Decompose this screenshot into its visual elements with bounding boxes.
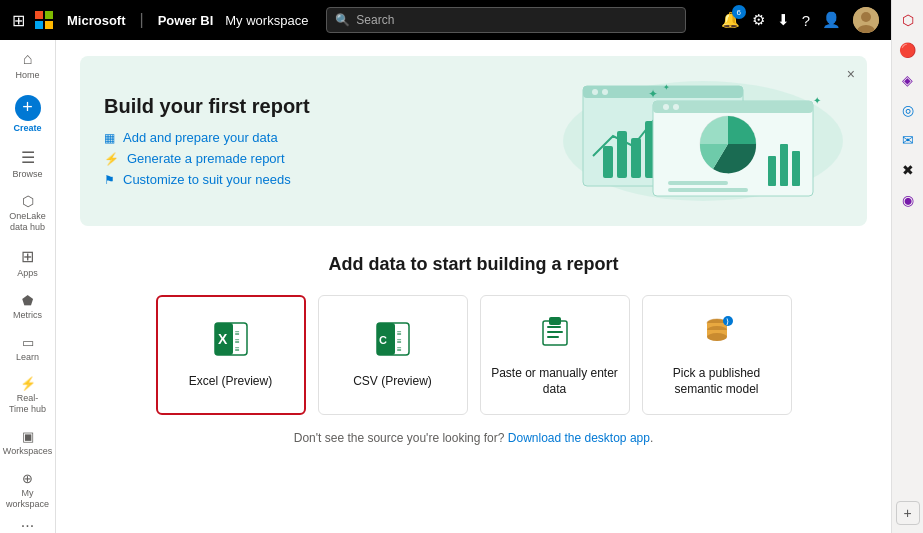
download-icon[interactable]: ⬇ <box>777 11 790 29</box>
sidebar-item-onelake[interactable]: ⬡ OneLake data hub <box>4 187 52 239</box>
search-box[interactable]: 🔍 <box>326 7 686 33</box>
search-icon: 🔍 <box>335 13 350 27</box>
banner-illustration: ✦ ✦ ✦ <box>503 76 843 206</box>
settings-icon[interactable]: ⚙ <box>752 11 765 29</box>
workspace-label[interactable]: My workspace <box>225 13 308 28</box>
banner-link-customize[interactable]: ⚑ Customize to suit your needs <box>104 172 310 187</box>
banner-link-generate[interactable]: ⚡ Generate a premade report <box>104 151 310 166</box>
sidebar-item-myworkspace[interactable]: ⊕ My workspace <box>4 465 52 516</box>
home-icon: ⌂ <box>23 50 33 68</box>
app-grid-icon[interactable]: ⊞ <box>12 11 25 30</box>
svg-point-50 <box>707 333 727 341</box>
far-right-icon-1[interactable]: 🔴 <box>896 38 920 62</box>
search-input[interactable] <box>356 13 677 27</box>
sidebar-item-workspaces[interactable]: ▣ Workspaces <box>4 423 52 463</box>
far-right-add-button[interactable]: + <box>896 501 920 525</box>
sidebar-label-myworkspace: My workspace <box>6 488 49 510</box>
svg-point-10 <box>592 89 598 95</box>
svg-rect-21 <box>768 156 776 186</box>
svg-rect-45 <box>547 326 561 328</box>
sidebar-item-home[interactable]: ⌂ Home <box>4 44 52 87</box>
svg-rect-12 <box>603 146 613 178</box>
sidebar-item-realtime[interactable]: ⚡ Real-Time hub <box>4 370 52 421</box>
sidebar-label-browse: Browse <box>12 169 42 180</box>
svg-rect-24 <box>668 181 728 185</box>
brand-label: Microsoft <box>67 13 126 28</box>
csv-icon: C ≡ ≡ ≡ <box>375 321 411 364</box>
card-excel-label: Excel (Preview) <box>189 374 272 390</box>
far-right-panel: ⬡ 🔴 ◈ ◎ ✉ ✖ ◉ + <box>891 0 923 533</box>
far-right-icon-5[interactable]: ✖ <box>896 158 920 182</box>
card-csv[interactable]: C ≡ ≡ ≡ CSV (Preview) <box>318 295 468 415</box>
semantic-icon: ⟩ <box>699 313 735 356</box>
svg-text:✦: ✦ <box>813 95 821 106</box>
banner-link-prepare[interactable]: ▦ Add and prepare your data <box>104 130 310 145</box>
svg-rect-43 <box>547 331 563 333</box>
svg-rect-2 <box>35 21 43 29</box>
svg-rect-14 <box>631 138 641 178</box>
download-desktop-link[interactable]: Download the desktop app <box>508 431 650 445</box>
user-avatar[interactable] <box>853 7 879 33</box>
banner-text: Build your first report ▦ Add and prepar… <box>104 95 310 187</box>
banner-close-button[interactable]: × <box>847 66 855 82</box>
sidebar-more[interactable]: ··· <box>21 517 34 533</box>
svg-text:✦: ✦ <box>663 83 670 92</box>
browse-icon: ☰ <box>21 148 35 167</box>
sidebar-item-apps[interactable]: ⊞ Apps <box>4 241 52 285</box>
far-right-icon-3[interactable]: ◎ <box>896 98 920 122</box>
apps-icon: ⊞ <box>21 247 34 266</box>
far-right-icon-4[interactable]: ✉ <box>896 128 920 152</box>
sidebar-label-onelake: OneLake data hub <box>8 211 48 233</box>
svg-rect-42 <box>549 317 561 325</box>
notification-badge: 6 <box>732 5 746 19</box>
realtime-icon: ⚡ <box>20 376 36 391</box>
card-paste[interactable]: Paste or manually enter data <box>480 295 630 415</box>
sidebar-item-browse[interactable]: ☰ Browse <box>4 142 52 186</box>
banner-link-customize-text: Customize to suit your needs <box>123 172 291 187</box>
banner-links: ▦ Add and prepare your data ⚡ Generate a… <box>104 130 310 187</box>
cards-grid: X ≡ ≡ ≡ Excel (Preview) <box>80 295 867 415</box>
account-icon[interactable]: 👤 <box>822 11 841 29</box>
card-semantic-label: Pick a published semantic model <box>653 366 781 397</box>
far-right-icon-6[interactable]: ◉ <box>896 188 920 212</box>
banner: Build your first report ▦ Add and prepar… <box>80 56 867 226</box>
svg-text:C: C <box>379 334 387 346</box>
svg-rect-1 <box>45 11 53 19</box>
prepare-icon: ▦ <box>104 131 115 145</box>
sidebar-item-learn[interactable]: ▭ Learn <box>4 329 52 369</box>
svg-text:≡: ≡ <box>235 345 240 354</box>
learn-icon: ▭ <box>22 335 34 350</box>
sidebar: ⌂ Home + Create ☰ Browse ⬡ OneLake data … <box>0 40 56 533</box>
sidebar-label-apps: Apps <box>17 268 38 279</box>
create-icon: + <box>15 95 41 121</box>
topbar-actions: 🔔 6 ⚙ ⬇ ? 👤 <box>721 7 879 33</box>
onelake-icon: ⬡ <box>22 193 34 209</box>
banner-link-generate-text: Generate a premade report <box>127 151 285 166</box>
card-csv-label: CSV (Preview) <box>353 374 432 390</box>
sidebar-label-create: Create <box>13 123 41 134</box>
workspaces-icon: ▣ <box>22 429 34 444</box>
help-icon[interactable]: ? <box>802 12 810 29</box>
notification-icon[interactable]: 🔔 6 <box>721 11 740 29</box>
sidebar-label-realtime: Real-Time hub <box>8 393 48 415</box>
svg-rect-0 <box>35 11 43 19</box>
microsoft-logo <box>35 11 53 29</box>
card-excel[interactable]: X ≡ ≡ ≡ Excel (Preview) <box>156 295 306 415</box>
svg-text:✦: ✦ <box>648 87 658 101</box>
svg-point-5 <box>861 12 871 22</box>
myworkspace-icon: ⊕ <box>22 471 33 486</box>
sidebar-item-metrics[interactable]: ⬟ Metrics <box>4 287 52 327</box>
sidebar-item-create[interactable]: + Create <box>4 89 52 140</box>
main-content: Build your first report ▦ Add and prepar… <box>56 40 891 533</box>
svg-rect-25 <box>668 188 748 192</box>
svg-text:⟩: ⟩ <box>725 318 728 325</box>
paste-icon <box>537 313 573 356</box>
card-semantic[interactable]: ⟩ Pick a published semantic model <box>642 295 792 415</box>
far-right-icon-2[interactable]: ◈ <box>896 68 920 92</box>
svg-point-11 <box>602 89 608 95</box>
sidebar-label-home: Home <box>15 70 39 81</box>
app-name-label: Power BI <box>158 13 214 28</box>
customize-icon: ⚑ <box>104 173 115 187</box>
far-right-icon-0[interactable]: ⬡ <box>896 8 920 32</box>
svg-text:X: X <box>218 331 228 347</box>
